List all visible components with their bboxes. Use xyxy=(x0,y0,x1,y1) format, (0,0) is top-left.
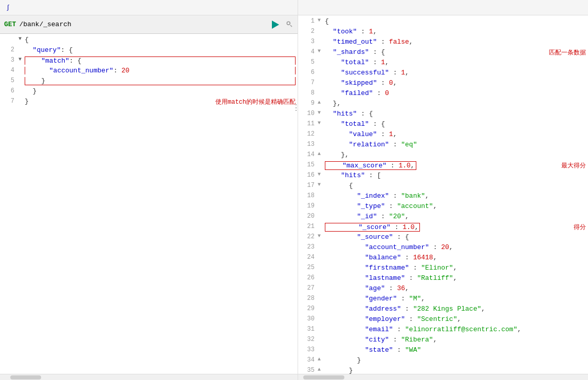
r-code-line: 10 ▼ "hits" : { xyxy=(298,110,588,120)
play-icon xyxy=(272,21,279,29)
wrench-button[interactable] xyxy=(284,19,293,30)
right-top-bar xyxy=(298,0,588,15)
r-code-line: 34 ▲ } xyxy=(298,356,588,367)
r-code-line: 26 "lastname" : "Ratliff", xyxy=(298,274,588,284)
r-code-line: 1 ▼ { xyxy=(298,17,588,28)
annotation-match: 使用match的时候是精确匹配 xyxy=(215,98,296,106)
r-code-line: 3 "timed_out" : false, xyxy=(298,38,588,48)
annotation-max-score: 最大得分 xyxy=(561,161,586,170)
run-button[interactable] xyxy=(270,19,281,30)
right-scrollbar[interactable] xyxy=(298,374,588,380)
code-line-highlighted: 4 "account_number": 20 xyxy=(0,67,298,77)
r-code-line: 18 "_index" : "bank", xyxy=(298,192,588,202)
left-panel: ∫ GET /bank/_search ▼ { 2 "query": xyxy=(0,0,298,380)
http-method: GET xyxy=(4,21,16,28)
code-line: ▼ { xyxy=(0,36,298,46)
code-line-highlighted: 3 ▼ "match": { xyxy=(0,56,298,67)
scrollbar-thumb[interactable] xyxy=(10,375,41,379)
r-code-line: 6 "successful" : 1, xyxy=(298,69,588,79)
r-code-line: 22 ▼ "_source" : { xyxy=(298,233,588,243)
r-code-line: 33 "state" : "WA" xyxy=(298,346,588,356)
left-toolbar: GET /bank/_search xyxy=(0,15,298,34)
right-scrollbar-thumb[interactable] xyxy=(303,375,344,379)
r-code-line: 17 ▼ { xyxy=(298,182,588,192)
code-line: 7 } 使用match的时候是精确匹配 xyxy=(0,98,298,108)
r-code-line: 7 "skipped" : 0, xyxy=(298,79,588,89)
r-code-line: 12 "value" : 1, xyxy=(298,130,588,141)
r-code-line: 20 "_id" : "20", xyxy=(298,213,588,223)
r-code-line: 8 "failed" : 0 xyxy=(298,89,588,100)
r-code-line: 29 "address" : "282 Kings Place", xyxy=(298,305,588,315)
left-tab[interactable]: ∫ xyxy=(0,1,16,14)
request-editor[interactable]: ▼ { 2 "query": { 3 ▼ "match": { 4 "accou… xyxy=(0,34,298,374)
r-code-line: 25 "firstname" : "Elinor", xyxy=(298,264,588,274)
request-url[interactable]: /bank/_search xyxy=(19,21,267,28)
r-code-line: 4 ▼ "_shards" : { 匹配一条数据 xyxy=(298,48,588,59)
r-code-line: 11 ▼ "total" : { xyxy=(298,120,588,130)
r-code-line: 28 "gender" : "M", xyxy=(298,295,588,305)
r-code-line: 24 "balance" : 16418, xyxy=(298,254,588,264)
r-code-line: 9 ▲ }, xyxy=(298,100,588,110)
curl-indicator: ∫ xyxy=(6,4,10,11)
r-code-line: 27 "age" : 36, xyxy=(298,284,588,295)
r-code-line: 19 "_type" : "account", xyxy=(298,202,588,213)
r-code-line: 13 "relation" : "eq" xyxy=(298,141,588,151)
r-code-line: 2 "took" : 1, xyxy=(298,28,588,38)
r-code-line: 23 "account_number" : 20, xyxy=(298,243,588,254)
svg-point-0 xyxy=(287,22,290,25)
code-line: 6 } xyxy=(0,87,298,98)
annotation-shards: 匹配一条数据 xyxy=(549,48,586,57)
r-code-line-score: 21 "_score" : 1.0, 得分 xyxy=(298,223,588,233)
r-code-line: 30 "employer" : "Scentric", xyxy=(298,315,588,326)
response-editor[interactable]: 1 ▼ { 2 "took" : 1, 3 "timed_out" : fals… xyxy=(298,15,588,374)
r-code-line: 35 ▲ } xyxy=(298,367,588,374)
left-tab-bar: ∫ xyxy=(0,0,298,15)
r-code-line: 14 ▲ }, xyxy=(298,151,588,161)
annotation-score: 得分 xyxy=(574,223,586,232)
r-code-line-boxed: 15 "max_score" : 1.0, 最大得分 xyxy=(298,161,588,172)
code-line: 2 "query": { xyxy=(0,46,298,56)
right-panel: 1 ▼ { 2 "took" : 1, 3 "timed_out" : fals… xyxy=(298,0,588,380)
r-code-line: 16 ▼ "hits" : [ xyxy=(298,172,588,182)
r-code-line: 5 "total" : 1, xyxy=(298,59,588,69)
code-line-highlighted: 5 } xyxy=(0,77,298,87)
r-code-line: 31 "email" : "elinorratliff@scentric.com… xyxy=(298,326,588,336)
left-scrollbar[interactable] xyxy=(0,374,298,380)
r-code-line: 32 "city" : "Ribera", xyxy=(298,336,588,346)
